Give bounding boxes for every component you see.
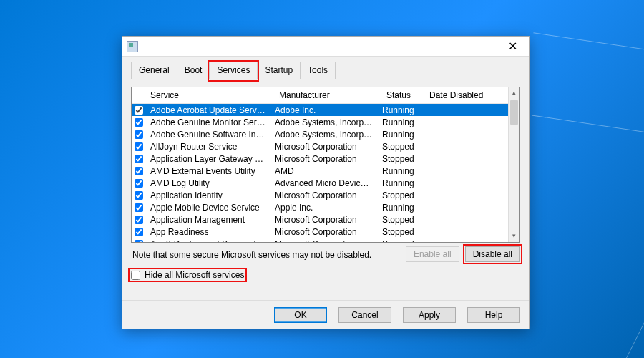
service-checkbox[interactable]: [135, 191, 143, 200]
service-checkbox[interactable]: [135, 216, 143, 224]
service-checkbox[interactable]: [135, 228, 143, 236]
cell-service: Adobe Genuine Software Integri...: [146, 130, 270, 140]
cell-status: Running: [378, 166, 421, 176]
apply-button[interactable]: Apply: [403, 307, 456, 323]
cell-status: Stopped: [378, 239, 421, 243]
service-checkbox[interactable]: [135, 167, 143, 175]
cell-status: Running: [378, 130, 421, 140]
table-row[interactable]: App ReadinessMicrosoft CorporationStoppe…: [132, 226, 508, 238]
cell-service: Application Layer Gateway Service: [146, 154, 270, 164]
tab-services[interactable]: Services: [209, 62, 258, 79]
tab-general[interactable]: General: [131, 62, 177, 79]
col-service[interactable]: Service: [146, 87, 275, 103]
cell-manufacturer: Advanced Micro Devices, I...: [270, 178, 378, 188]
scroll-up-icon[interactable]: ▴: [509, 87, 519, 99]
disable-all-button[interactable]: Disable all: [465, 246, 520, 262]
table-row[interactable]: Application Layer Gateway ServiceMicroso…: [132, 153, 508, 165]
cell-manufacturer: AMD: [270, 166, 378, 176]
cell-status: Stopped: [378, 142, 421, 152]
msconfig-window: ✕ GeneralBootServicesStartupTools Servic…: [122, 36, 530, 329]
cell-service: App Readiness: [146, 227, 270, 237]
table-row[interactable]: Apple Mobile Device ServiceApple Inc.Run…: [132, 201, 508, 213]
vertical-scrollbar[interactable]: ▴ ▾: [508, 87, 519, 242]
scroll-down-icon[interactable]: ▾: [509, 231, 519, 242]
cell-service: Apple Mobile Device Service: [146, 203, 270, 213]
table-row[interactable]: AMD External Events UtilityAMDRunning: [132, 165, 508, 177]
cell-service: AppX Deployment Service (AppX...: [146, 239, 270, 243]
services-grid: Service Manufacturer Status Date Disable…: [131, 87, 520, 243]
table-row[interactable]: AMD Log UtilityAdvanced Micro Devices, I…: [132, 177, 508, 189]
enable-all-button: Enable all: [406, 246, 459, 262]
cell-status: Running: [378, 105, 421, 115]
service-checkbox[interactable]: [135, 203, 143, 212]
service-checkbox[interactable]: [135, 130, 143, 139]
table-row[interactable]: Adobe Acrobat Update ServiceAdobe Inc.Ru…: [132, 104, 508, 116]
service-checkbox[interactable]: [135, 179, 143, 188]
cell-manufacturer: Adobe Systems, Incorpora...: [270, 117, 378, 127]
scroll-thumb[interactable]: [510, 100, 518, 125]
hide-ms-services-checkbox[interactable]: [131, 271, 140, 280]
cell-manufacturer: Microsoft Corporation: [270, 142, 378, 152]
service-checkbox[interactable]: [135, 240, 143, 243]
cell-status: Stopped: [378, 190, 421, 200]
table-row[interactable]: AllJoyn Router ServiceMicrosoft Corporat…: [132, 140, 508, 153]
titlebar[interactable]: ✕: [122, 37, 529, 57]
table-row[interactable]: AppX Deployment Service (AppX...Microsof…: [132, 238, 508, 242]
tab-strip: GeneralBootServicesStartupTools: [122, 57, 529, 79]
cell-status: Running: [378, 178, 421, 188]
table-row[interactable]: Application IdentityMicrosoft Corporatio…: [132, 189, 508, 201]
col-date-disabled[interactable]: Date Disabled: [425, 87, 508, 103]
grid-header[interactable]: Service Manufacturer Status Date Disable…: [132, 87, 508, 104]
service-checkbox[interactable]: [135, 155, 143, 163]
cell-service: AMD External Events Utility: [146, 166, 270, 176]
note-text: Note that some secure Microsoft services…: [131, 246, 373, 263]
service-checkbox[interactable]: [135, 106, 143, 115]
cell-manufacturer: Microsoft Corporation: [270, 190, 378, 200]
cell-manufacturer: Adobe Inc.: [270, 105, 378, 115]
table-row[interactable]: Adobe Genuine Monitor ServiceAdobe Syste…: [132, 116, 508, 128]
cell-service: Adobe Acrobat Update Service: [146, 105, 270, 115]
cell-service: Application Identity: [146, 190, 270, 200]
service-checkbox[interactable]: [135, 142, 143, 151]
cell-manufacturer: Microsoft Corporation: [270, 227, 378, 237]
col-manufacturer[interactable]: Manufacturer: [275, 87, 382, 103]
cell-status: Stopped: [378, 215, 421, 225]
app-icon: [127, 41, 138, 52]
cell-service: Adobe Genuine Monitor Service: [146, 117, 270, 127]
cell-status: Running: [378, 117, 421, 127]
disable-all-highlight: [463, 244, 522, 264]
cell-status: Running: [378, 203, 421, 213]
ok-button[interactable]: OK: [274, 307, 327, 323]
dialog-footer: OK Cancel Apply Help: [122, 300, 529, 329]
table-row[interactable]: Adobe Genuine Software Integri...Adobe S…: [132, 128, 508, 140]
cancel-button[interactable]: Cancel: [338, 307, 391, 323]
hide-ms-services-label[interactable]: Hide all Microsoft services: [145, 270, 244, 280]
tab-boot[interactable]: Boot: [177, 62, 210, 79]
cell-manufacturer: Apple Inc.: [270, 203, 378, 213]
service-checkbox[interactable]: [135, 118, 143, 127]
tab-startup[interactable]: Startup: [257, 62, 301, 79]
cell-manufacturer: Microsoft Corporation: [270, 215, 378, 225]
cell-manufacturer: Adobe Systems, Incorpora...: [270, 130, 378, 140]
cell-service: AMD Log Utility: [146, 178, 270, 188]
tab-tools[interactable]: Tools: [300, 62, 336, 79]
cell-manufacturer: Microsoft Corporation: [270, 239, 378, 243]
close-icon[interactable]: ✕: [501, 38, 525, 54]
cell-service: AllJoyn Router Service: [146, 142, 270, 152]
cell-service: Application Management: [146, 215, 270, 225]
cell-status: Stopped: [378, 227, 421, 237]
col-status[interactable]: Status: [382, 87, 425, 103]
help-button[interactable]: Help: [467, 307, 520, 323]
cell-status: Stopped: [378, 154, 421, 164]
table-row[interactable]: Application ManagementMicrosoft Corporat…: [132, 213, 508, 226]
cell-manufacturer: Microsoft Corporation: [270, 154, 378, 164]
